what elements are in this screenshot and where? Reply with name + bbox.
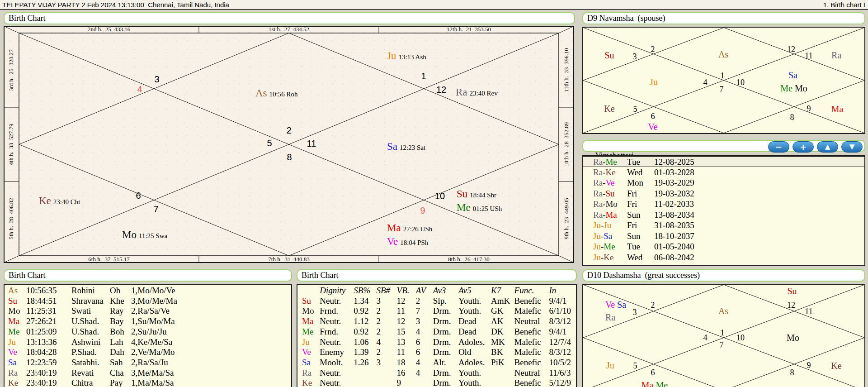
cell-vb: 11 (397, 306, 416, 316)
cell-func: Malefic (514, 337, 549, 348)
house-number-1: 1 (421, 71, 426, 81)
dasha-lord: Ju (593, 242, 601, 251)
ascendant-code: As (255, 87, 267, 99)
d10-house-number: 4 (703, 333, 708, 343)
house-cusp-label: 7th h. 31 440.83 (268, 256, 309, 263)
cell-k7: AK (491, 316, 514, 327)
cell-dignity: Frnd. (320, 327, 354, 337)
d10-house-number: 5 (633, 361, 637, 371)
dasha-row[interactable]: Ra-Ve Mon 19-03-2029 (583, 177, 864, 188)
table-row: VeEnemy1.392116Drm.OldBKMalefic8/3/12 (302, 347, 576, 358)
d10-house-number: 10 (736, 333, 745, 343)
house-cusp-label: 5th h. 28 406.82 (8, 198, 15, 239)
cell-sb-num: 2 (376, 347, 396, 358)
d10-planet-ke: Ke (831, 361, 841, 371)
dasha-date: 13-08-2034 (654, 210, 694, 220)
d10-house-number: 1 (721, 328, 725, 338)
chart-grid-svg (4, 26, 574, 263)
cell-func: Benefic (514, 327, 549, 337)
dasha-row[interactable]: Ra-Mo Fri 11-02-2033 (583, 199, 864, 210)
cell-av5: Dead (458, 327, 491, 337)
house-cusp-label: 10th h. 28 352.89 (563, 122, 570, 167)
cell-longitude: 23:40:19 (26, 368, 71, 378)
dasha-row[interactable]: Ju-Ke Wed 06-08-2042 (583, 252, 864, 263)
dasha-row[interactable]: Ju-Me Tue 01-05-2040 (583, 241, 864, 252)
cell-av5: Adoles. (458, 337, 491, 348)
cell-av: 6 (416, 347, 433, 358)
planet-code-ju: Ju (387, 50, 396, 62)
cell-lords: 1,Su/Mo/Ma (131, 316, 289, 327)
cell-syllable: Boh (110, 327, 131, 337)
cell-planet: Ve (302, 347, 320, 358)
d9-planet-ra: Ra (831, 50, 841, 61)
positions-table: As10:56:35RohiniOh1,Mo/Mo/Ve Su18:44:51S… (8, 286, 289, 387)
cell-k7 (491, 378, 514, 387)
planet-code-ve: Ve (387, 236, 398, 248)
d9-header: D9 Navamsha (spouse) (582, 12, 865, 24)
dasha-date: 31-08-2035 (654, 220, 694, 231)
cell-planet: As (8, 286, 26, 296)
planet-code-ke: Ke (39, 195, 51, 207)
dasha-row[interactable]: Ra-Ma Sun 13-08-2034 (583, 210, 864, 220)
cell-syllable: Dah (110, 347, 131, 358)
d9-house-number: 3 (633, 52, 637, 62)
expand-button[interactable]: + (793, 141, 814, 153)
dasha-weekday: Tue (627, 241, 654, 252)
up-button[interactable]: ▲ (817, 141, 838, 153)
cell-longitude: 23:40:19 (26, 378, 71, 387)
planet-detail-mo: 11:25 Swa (139, 232, 167, 240)
cell-dignity: Neutr. (320, 316, 354, 327)
cell-sb-num (376, 378, 396, 387)
planet-detail-ve: 18:04 PSh (400, 239, 428, 247)
house-number-4: 4 (137, 84, 142, 95)
d10-planet-ma: Ma (642, 380, 654, 387)
cell-planet: Ju (8, 337, 26, 348)
cell-nakshatra: U.Shad. (71, 327, 110, 337)
dasha-date: 01-03-2028 (654, 167, 694, 178)
cell-longitude: 01:25:09 (26, 327, 71, 337)
planet-detail-ra: 23:40 Rev (470, 90, 498, 97)
cell-vb: 11 (397, 347, 416, 358)
cell-av3: Drm. (433, 337, 458, 348)
d9-house-number: 11 (805, 51, 812, 61)
cell-lords: 1,Mo/Mo/Ve (131, 286, 289, 296)
dasha-row[interactable]: Ra-Su Fri 19-03-2032 (583, 188, 864, 199)
dasha-row[interactable]: Ju-Sa Sun 18-10-2037 (583, 231, 864, 242)
d10-planet-ju: Ju (606, 360, 614, 371)
d10-house-number: 11 (805, 307, 812, 316)
cell-av: 4 (416, 368, 433, 378)
cell-syllable: Sah (110, 358, 131, 368)
col-header-sb-num: SB# (376, 286, 396, 296)
cell-dignity: Moolt. (320, 358, 354, 368)
dasha-row[interactable]: Ra-Me Tue 12-08-2025 (583, 156, 864, 167)
cell-k7: MK (491, 337, 514, 348)
strengths-table-panel: DignitySB%SB#VB.AVAv3Av5K7Func.In SuNeut… (297, 284, 577, 387)
d10-house-number: 12 (787, 301, 795, 310)
app-window: TELEPATY VIJAY PARTY 2 Feb 2024 13:13:00… (0, 0, 868, 387)
cell-sb-pct: 1.39 (354, 347, 376, 358)
cell-lords: 2,Ra/Sa/Ve (131, 306, 289, 316)
house-cusp-label: 2nd h. 25 433.16 (88, 26, 130, 33)
dasha-date: 18-10-2037 (654, 231, 694, 242)
dasha-weekday: Wed (627, 252, 654, 263)
cell-planet: Ma (8, 316, 26, 327)
dasha-row[interactable]: Ju-Ju Fri 31-08-2035 (583, 220, 864, 231)
cell-sb-pct: 1.26 (354, 358, 376, 368)
cell-sb-pct (354, 378, 376, 387)
cell-planet: Me (302, 327, 320, 337)
col-header-dignity: Dignity (320, 286, 354, 296)
house-cusp-label: 12th h. 21 353.50 (447, 26, 491, 33)
dasha-weekday: Fri (627, 199, 654, 210)
down-button[interactable]: ▼ (841, 141, 863, 153)
d9-planet-ju: Ju (650, 77, 658, 87)
house-cusp-label: 1st h. 27 434.52 (269, 26, 309, 33)
dasha-row[interactable]: Ra-Ke Wed 01-03-2028 (583, 167, 864, 178)
house-number-5: 5 (267, 138, 272, 148)
collapse-button[interactable]: − (768, 141, 789, 153)
cell-lords: 3,Me/Ma/Sa (131, 368, 289, 378)
dasha-date: 19-03-2029 (654, 177, 694, 188)
table-row: JuNeutr.1.064136Drm.Adoles.MKMalefic12/7… (302, 337, 576, 348)
dasha-sublord: Su (605, 189, 614, 198)
d9-house-number: 8 (790, 113, 794, 122)
cell-sb-num: 3 (376, 358, 396, 368)
